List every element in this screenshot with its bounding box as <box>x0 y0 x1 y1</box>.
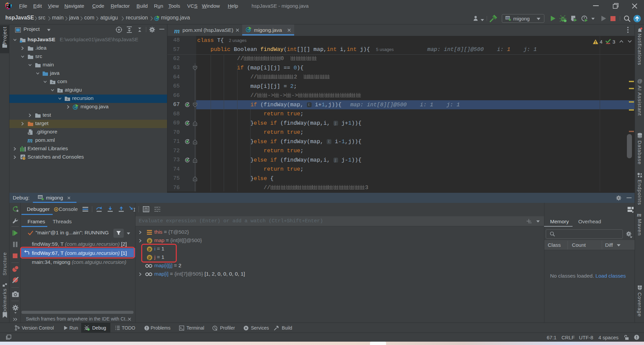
svg-text:p: p <box>148 238 151 243</box>
svg-text:IJ: IJ <box>7 4 9 6</box>
